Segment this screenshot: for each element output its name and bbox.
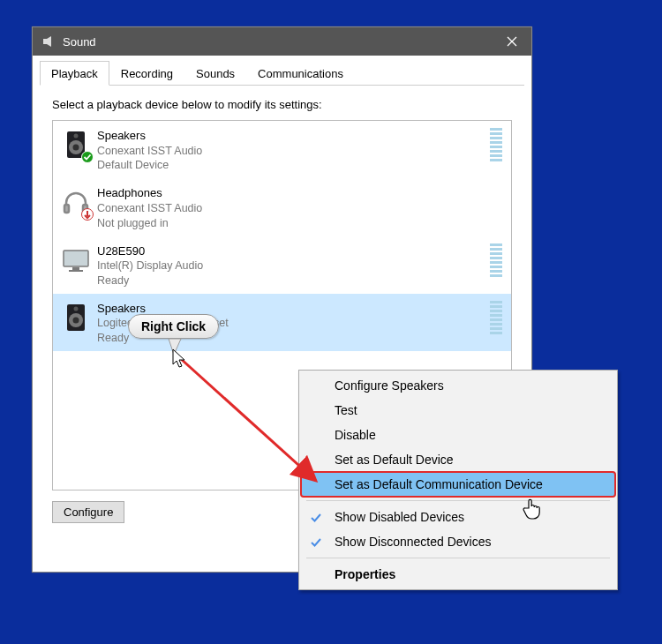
menu-separator xyxy=(306,558,610,558)
device-desc: Conexant ISST Audio xyxy=(97,201,502,216)
device-row[interactable]: U28E590 Intel(R) Display Audio Ready xyxy=(53,236,511,294)
tab-communications[interactable]: Communications xyxy=(246,61,355,85)
device-name: Speakers xyxy=(97,128,485,144)
prompt-text: Select a playback device below to modify… xyxy=(52,98,512,111)
menu-item-label: Show Disabled Devices xyxy=(335,510,464,524)
svg-point-18 xyxy=(74,306,79,311)
check-icon xyxy=(310,536,322,549)
svg-rect-13 xyxy=(72,267,79,270)
level-meter xyxy=(490,243,502,277)
menu-item-configure-speakers[interactable]: Configure Speakers xyxy=(301,373,615,398)
level-meter xyxy=(490,128,502,161)
device-name: U28E590 xyxy=(97,243,485,259)
tab-strip: Playback Recording Sounds Communications xyxy=(40,61,524,86)
close-button[interactable] xyxy=(492,27,531,56)
svg-point-7 xyxy=(74,134,79,139)
svg-point-8 xyxy=(82,152,94,163)
level-meter xyxy=(490,301,502,334)
check-badge-icon xyxy=(81,151,94,163)
svg-rect-12 xyxy=(64,251,88,266)
menu-separator xyxy=(306,500,610,501)
device-text: U28E590 Intel(R) Display Audio Ready xyxy=(97,243,485,288)
speaker-icon xyxy=(60,301,92,334)
down-arrow-badge-icon xyxy=(81,208,94,221)
menu-item-test[interactable]: Test xyxy=(301,398,615,423)
menu-item-properties[interactable]: Properties xyxy=(301,562,615,587)
menu-item-show-disconnected[interactable]: Show Disconnected Devices xyxy=(301,529,615,554)
headphones-icon xyxy=(60,185,92,219)
device-status: Ready xyxy=(97,273,485,288)
window-title: Sound xyxy=(63,35,96,49)
device-status: Default Device xyxy=(97,158,485,173)
svg-rect-0 xyxy=(43,39,47,44)
titlebar: Sound xyxy=(33,27,531,56)
configure-button[interactable]: Configure xyxy=(52,501,124,523)
context-menu: Configure Speakers Test Disable Set as D… xyxy=(298,370,618,590)
device-row[interactable]: Speakers Logitech Wireless Headset Ready xyxy=(53,294,511,351)
device-status: Not plugged in xyxy=(97,216,502,231)
device-text: Headphones Conexant ISST Audio Not plugg… xyxy=(97,185,502,230)
svg-point-6 xyxy=(73,145,79,151)
device-name: Headphones xyxy=(97,185,502,201)
menu-item-show-disabled[interactable]: Show Disabled Devices xyxy=(301,505,615,529)
device-desc: Conexant ISST Audio xyxy=(97,144,485,159)
tab-sounds[interactable]: Sounds xyxy=(184,61,246,85)
menu-item-set-default-device[interactable]: Set as Default Device xyxy=(301,447,615,472)
tab-playback[interactable]: Playback xyxy=(40,61,109,86)
svg-rect-9 xyxy=(64,205,69,213)
monitor-icon xyxy=(60,243,92,277)
speaker-icon xyxy=(60,128,92,161)
callout-text: Right Click xyxy=(128,314,219,339)
device-row[interactable]: Speakers Conexant ISST Audio Default Dev… xyxy=(53,121,511,178)
tab-recording[interactable]: Recording xyxy=(109,61,184,85)
menu-item-disable[interactable]: Disable xyxy=(301,423,615,447)
svg-marker-1 xyxy=(47,36,51,47)
menu-item-label: Show Disconnected Devices xyxy=(335,535,491,549)
device-text: Speakers Conexant ISST Audio Default Dev… xyxy=(97,128,485,173)
right-click-callout: Right Click xyxy=(128,314,219,339)
device-desc: Intel(R) Display Audio xyxy=(97,258,485,273)
check-icon xyxy=(310,512,322,524)
menu-item-set-default-communication-device[interactable]: Set as Default Communication Device xyxy=(301,472,615,497)
svg-rect-14 xyxy=(69,270,83,272)
svg-point-17 xyxy=(73,317,79,323)
sound-icon xyxy=(41,34,56,49)
device-row[interactable]: Headphones Conexant ISST Audio Not plugg… xyxy=(53,178,511,236)
svg-marker-19 xyxy=(169,339,181,355)
